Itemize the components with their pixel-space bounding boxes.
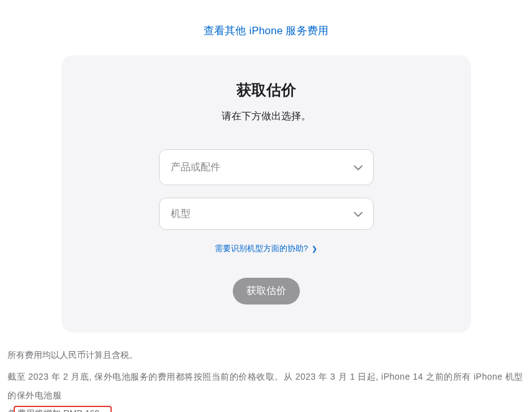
identify-model-help-link[interactable]: 需要识别机型方面的协助? ❯ (215, 244, 317, 253)
footer-line-1: 所有费用均以人民币计算且含税。 (7, 346, 525, 364)
product-select-placeholder: 产品或配件 (171, 161, 220, 174)
top-link-container: 查看其他 iPhone 服务费用 (0, 0, 532, 55)
help-link-text: 需要识别机型方面的协助? (215, 244, 308, 253)
product-select[interactable]: 产品或配件 (159, 149, 374, 185)
card-title: 获取估价 (61, 80, 471, 100)
model-select-placeholder: 机型 (171, 208, 191, 221)
get-estimate-button[interactable]: 获取估价 (233, 278, 300, 304)
price-increase-highlight: 费用将增加 RMB 169。 (14, 406, 112, 412)
product-select-wrapper: 产品或配件 (159, 149, 374, 185)
model-select[interactable]: 机型 (159, 198, 374, 230)
other-services-link[interactable]: 查看其他 iPhone 服务费用 (204, 25, 329, 37)
card-subtitle: 请在下方做出选择。 (61, 110, 471, 123)
estimate-card: 获取估价 请在下方做出选择。 产品或配件 机型 需要识别机型方面的协助? ❯ 获… (61, 55, 471, 332)
footer-notes: 所有费用均以人民币计算且含税。 截至 2023 年 2 月底, 保外电池服务的费… (0, 332, 532, 412)
footer-text-part-a: 截至 2023 年 2 月底, 保外电池服务的费用都将按照当前的价格收取。从 2… (7, 372, 523, 400)
help-link-container: 需要识别机型方面的协助? ❯ (61, 242, 471, 254)
footer-line-2: 截至 2023 年 2 月底, 保外电池服务的费用都将按照当前的价格收取。从 2… (7, 368, 525, 412)
model-select-wrapper: 机型 (159, 198, 374, 230)
chevron-right-icon: ❯ (312, 245, 317, 252)
